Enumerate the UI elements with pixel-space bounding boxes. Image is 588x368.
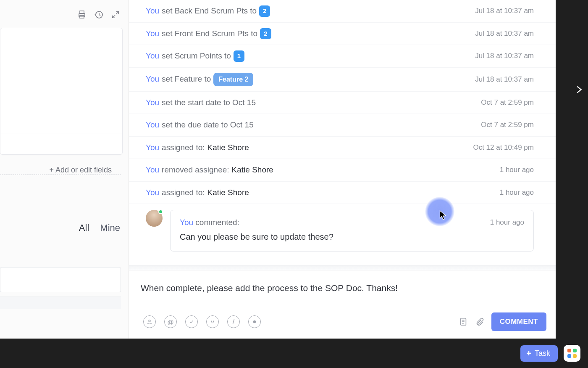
chevron-right-icon[interactable]	[574, 83, 583, 98]
avatar[interactable]	[146, 210, 163, 227]
comment-actor[interactable]: You	[180, 218, 193, 227]
activity-actor[interactable]: You	[146, 119, 159, 131]
custom-field-row[interactable]	[0, 70, 122, 91]
activity-pill: 1	[234, 50, 244, 62]
activity-timestamp: Oct 12 at 10:49 pm	[473, 143, 534, 152]
sidebar-list-stack	[0, 297, 121, 309]
new-task-button[interactable]: + Task	[520, 345, 558, 362]
activity-actor[interactable]: You	[146, 164, 159, 176]
activity-timestamp: Jul 18 at 10:37 am	[475, 7, 534, 15]
activity-timestamp: Jul 18 at 10:37 am	[475, 75, 534, 84]
activity-text: set Back End Scrum Pts to	[162, 5, 257, 17]
activity-row: You set Scrum Points to 1Jul 18 at 10:37…	[129, 45, 556, 68]
comment-block: You commented: 1 hour ago Can you please…	[129, 204, 556, 262]
attachment-icon[interactable]	[475, 316, 486, 327]
activity-actor[interactable]: You	[146, 5, 159, 17]
slash-command-icon[interactable]: /	[227, 315, 240, 328]
activity-text: set Feature to	[162, 73, 211, 85]
composer-divider	[129, 265, 556, 270]
sidebar-toolbar	[0, 0, 129, 25]
activity-row: You assigned to: Katie Shore1 hour ago	[129, 182, 556, 204]
custom-field-row[interactable]	[0, 28, 122, 49]
activity-timestamp: 1 hour ago	[500, 166, 534, 174]
activity-text: assigned to:	[162, 187, 205, 199]
activity-text: set Scrum Points to	[162, 50, 231, 62]
activity-text: assigned to:	[162, 142, 205, 154]
activity-timestamp: Jul 18 at 10:37 am	[475, 29, 534, 38]
comment-verb: commented:	[195, 218, 239, 227]
emoji-icon[interactable]	[206, 315, 219, 328]
activity-row: You set Feature to Feature 2Jul 18 at 10…	[129, 68, 556, 92]
at-mention-icon[interactable]: @	[164, 315, 177, 328]
activity-panel: You set Back End Scrum Pts to 2Jul 18 at…	[129, 0, 556, 339]
add-edit-fields-link[interactable]: + Add or edit fields	[0, 161, 121, 175]
activity-timestamp: Oct 7 at 2:59 pm	[481, 98, 534, 107]
tab-mine[interactable]: Mine	[100, 222, 120, 233]
custom-field-row[interactable]	[0, 133, 122, 154]
activity-row: You removed assignee: Katie Shore1 hour …	[129, 159, 556, 182]
svg-point-6	[213, 321, 213, 321]
comment-timestamp: 1 hour ago	[490, 218, 524, 227]
plus-icon: +	[526, 349, 531, 357]
activity-actor[interactable]: You	[146, 97, 159, 109]
activity-text: removed assignee:	[162, 164, 229, 176]
activity-text: set the due date to Oct 15	[162, 119, 254, 131]
activity-pill: 2	[259, 5, 270, 17]
attachment-tabs: All Mine	[79, 222, 120, 233]
tab-all[interactable]: All	[79, 222, 89, 233]
activity-timestamp: 1 hour ago	[500, 188, 534, 197]
activity-assignee[interactable]: Katie Shore	[232, 164, 273, 176]
svg-point-4	[149, 320, 150, 322]
presence-dot-icon	[158, 209, 163, 214]
comment-body: Can you please be sure to update these?	[180, 232, 524, 242]
record-icon[interactable]	[248, 315, 261, 328]
activity-row: You set the due date to Oct 15 Oct 7 at …	[129, 114, 556, 137]
activity-pill: Feature 2	[213, 73, 253, 86]
activity-timestamp: Jul 18 at 10:37 am	[475, 52, 534, 60]
activity-row: You assigned to: Katie ShoreOct 12 at 10…	[129, 137, 556, 159]
mention-person-icon[interactable]	[143, 315, 156, 328]
activity-pill: 2	[260, 28, 271, 40]
submit-comment-button[interactable]: COMMENT	[491, 312, 546, 331]
svg-rect-1	[80, 11, 84, 13]
comment-input[interactable]: When complete, please add the process to…	[129, 270, 556, 312]
assign-icon[interactable]	[185, 315, 198, 328]
activity-row: You set the start date to Oct 15 Oct 7 a…	[129, 92, 556, 114]
expand-icon[interactable]	[110, 9, 121, 20]
custom-field-row[interactable]	[0, 112, 122, 133]
sidebar-input-box[interactable]	[0, 267, 121, 292]
svg-point-7	[253, 320, 255, 323]
svg-point-5	[211, 321, 212, 321]
activity-text: set the start date to Oct 15	[162, 97, 256, 109]
activity-assignee[interactable]: Katie Shore	[207, 187, 249, 199]
custom-fields-card	[0, 28, 123, 155]
custom-field-row[interactable]	[0, 91, 122, 112]
activity-timestamp: Oct 7 at 2:59 pm	[481, 121, 534, 129]
history-icon[interactable]	[93, 9, 104, 20]
bottom-bar: + Task	[0, 339, 588, 368]
activity-row: You set Front End Scrum Pts to 2Jul 18 a…	[129, 23, 556, 45]
new-task-label: Task	[535, 349, 550, 358]
activity-assignee[interactable]: Katie Shore	[207, 142, 249, 154]
right-collapsed-panel	[556, 0, 588, 339]
activity-actor[interactable]: You	[146, 28, 159, 40]
activity-actor[interactable]: You	[146, 50, 159, 62]
custom-field-row[interactable]	[0, 49, 122, 70]
activity-actor[interactable]: You	[146, 73, 159, 85]
activity-row: You set Back End Scrum Pts to 2Jul 18 at…	[129, 0, 556, 23]
comment-composer: When complete, please add the process to…	[129, 265, 556, 339]
activity-text: set Front End Scrum Pts to	[162, 28, 257, 40]
print-icon[interactable]	[76, 9, 87, 20]
activity-actor[interactable]: You	[146, 187, 159, 199]
left-sidebar: + Add or edit fields All Mine	[0, 0, 129, 339]
document-icon[interactable]	[458, 316, 469, 327]
activity-actor[interactable]: You	[146, 142, 159, 154]
apps-grid-icon[interactable]	[564, 345, 580, 362]
comment-card[interactable]: You commented: 1 hour ago Can you please…	[170, 210, 534, 252]
